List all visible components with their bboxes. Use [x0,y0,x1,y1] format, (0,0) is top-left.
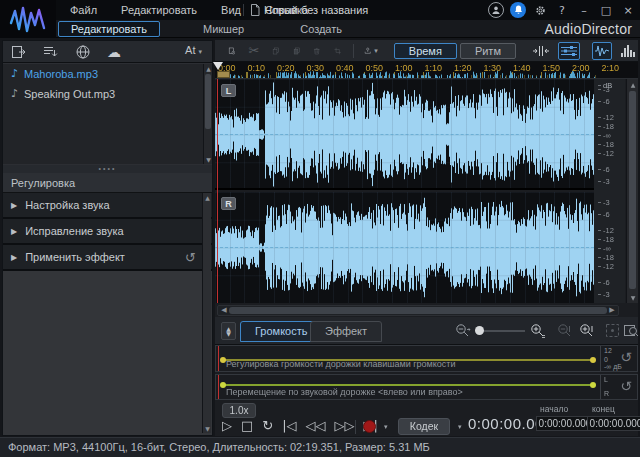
waveform-channel-right[interactable]: R [215,192,594,303]
scroll-left-icon[interactable]: ◀ [219,306,229,315]
cloud-icon[interactable]: ☁ [107,45,121,59]
notification-bell-icon[interactable] [510,2,526,18]
zoom-out-horizontal-icon[interactable] [455,323,472,339]
spectral-view-icon[interactable] [618,42,638,60]
adjustment-scrollbar[interactable]: ▲ ▼ [202,193,211,433]
scroll-up-icon[interactable]: ▲ [203,193,212,202]
section-label: Настройка звука [25,199,110,211]
volume-envelope-line[interactable] [222,359,594,361]
cut-icon[interactable]: ✂ [248,43,259,58]
waveform-channel-left[interactable]: L [215,79,594,190]
properties-icon[interactable] [228,43,235,59]
scroll-right-icon[interactable]: ▶ [607,306,617,315]
settings-gear-icon[interactable] [532,2,548,18]
playback-speed-button[interactable]: 1.0x [222,403,256,418]
codec-button[interactable]: Кодек [398,418,450,435]
adjustment-section[interactable]: ▶Исправление звука [3,219,212,245]
section-label: Применить эффект [25,251,125,263]
scroll-down-icon[interactable]: ▼ [204,155,213,164]
zoom-in-horizontal-icon[interactable] [530,323,547,339]
playhead-handle[interactable] [217,71,230,78]
scroll-down-icon[interactable]: ▼ [627,293,639,302]
library-scrollbar[interactable]: ▲ ▼ [203,64,212,164]
file-item[interactable]: ♪Speaking Out.mp3 [3,84,203,104]
start-label: начало [540,404,568,414]
chevron-down-icon[interactable]: ▾ [458,423,462,431]
close-button[interactable]: × [620,2,636,18]
reset-icon[interactable]: ↺ [620,378,632,394]
scroll-up-icon[interactable]: ▲ [627,80,639,89]
collapse-panel-button[interactable]: ▲▼ [221,322,236,340]
rewind-button[interactable]: ◁◁ [306,418,326,433]
beat-mode-button[interactable]: Ритм [460,43,516,59]
zoom-in-vertical-icon[interactable] [579,323,595,339]
stop-button[interactable]: □ [241,418,253,433]
tab-effect[interactable]: Эффект [310,321,382,342]
menu-item-0[interactable]: Файл [58,0,109,20]
envelope-point[interactable] [220,382,226,388]
fast-forward-button[interactable]: ▷▷ [335,418,355,433]
paste-icon[interactable] [293,43,300,59]
help-icon[interactable]: ? [554,2,570,18]
pan-envelope-lane[interactable]: Перемещение по звуковой дорожке <влево и… [215,374,638,400]
delete-icon[interactable] [313,43,320,59]
envelope-point[interactable] [220,357,226,363]
minimize-button[interactable]: – [576,2,592,18]
zoom-slider-track[interactable] [477,330,525,332]
panel-splitter[interactable]: •••• [3,165,212,173]
expand-triangle-icon[interactable]: ▶ [11,201,17,210]
account-icon[interactable] [488,2,504,18]
waveform-vertical-scrollbar[interactable]: ▲ ▼ [626,79,638,303]
waveform-horizontal-scrollbar[interactable]: ◀ ▶ [217,305,619,316]
envelope-point[interactable] [590,357,596,363]
bottom-panel-tabs: ▲▼ Громкость Эффект [215,317,638,345]
menu-item-2[interactable]: Вид [209,0,253,20]
menu-item-1[interactable]: Редактировать [109,0,209,20]
sort-button[interactable]: Аt▾ [185,44,202,56]
maximize-button[interactable]: □ [598,2,614,18]
playhead-marker[interactable] [213,62,223,70]
download-sound-clips-icon[interactable] [75,44,91,60]
reset-icon[interactable]: ↺ [620,349,632,365]
import-media-icon[interactable] [11,44,27,60]
fit-project-icon[interactable] [530,42,552,60]
record-button[interactable] [363,420,376,433]
skip-start-button[interactable]: |◁ [282,418,296,433]
trim-icon[interactable] [334,43,341,59]
zoom-out-vertical-icon[interactable] [557,323,573,339]
chevron-down-icon[interactable]: ▾ [374,47,378,55]
envelope-point[interactable] [590,382,596,388]
tab-create[interactable]: Создать [287,21,355,37]
import-folder-icon[interactable] [43,44,59,60]
file-item[interactable]: ♪Mahoroba.mp3 [3,64,203,84]
play-button[interactable]: ▷ [222,418,232,433]
copy-icon[interactable] [272,43,279,59]
file-name: Speaking Out.mp3 [24,84,115,104]
start-time-field[interactable]: 0:00:00.000 [536,416,594,431]
volume-envelope-lane[interactable]: Регулировка громкости дорожки клавишами … [215,345,638,372]
marker-icon[interactable] [364,43,371,59]
adjustment-panel-title: Регулировка [3,173,212,193]
tab-mixer[interactable]: Микшер [190,21,257,37]
time-mode-button[interactable]: Время [394,43,457,59]
fit-selection-icon[interactable] [605,323,620,338]
expand-triangle-icon[interactable]: ▶ [11,227,17,236]
expand-triangle-icon[interactable]: ▶ [11,253,17,262]
loop-button[interactable]: ↻ [262,418,273,433]
pan-envelope-line[interactable] [222,384,594,386]
waveform-view-icon[interactable] [592,42,612,60]
adjustment-section[interactable]: ▶Применить эффект↺ [3,245,212,271]
zoom-slider-knob[interactable] [475,326,484,335]
scroll-down-icon[interactable]: ▼ [203,424,212,433]
scroll-up-icon[interactable]: ▲ [204,64,213,73]
zoom-to-selection-icon[interactable] [623,323,639,338]
reset-icon[interactable]: ↺ [185,250,196,265]
music-note-icon: ♪ [11,84,18,104]
keyframes-panel-icon[interactable] [558,42,580,60]
timeline-ruler[interactable]: 0:000:100:200:300:400:501:001:101:201:30… [215,62,638,79]
chevron-down-icon[interactable]: ▾ [384,423,388,431]
end-time-field[interactable]: 0:00:00.000 [587,416,640,431]
channel-badge-right: R [221,197,236,210]
tab-edit[interactable]: Редактировать [58,21,160,37]
adjustment-section[interactable]: ▶Настройка звука [3,193,212,219]
